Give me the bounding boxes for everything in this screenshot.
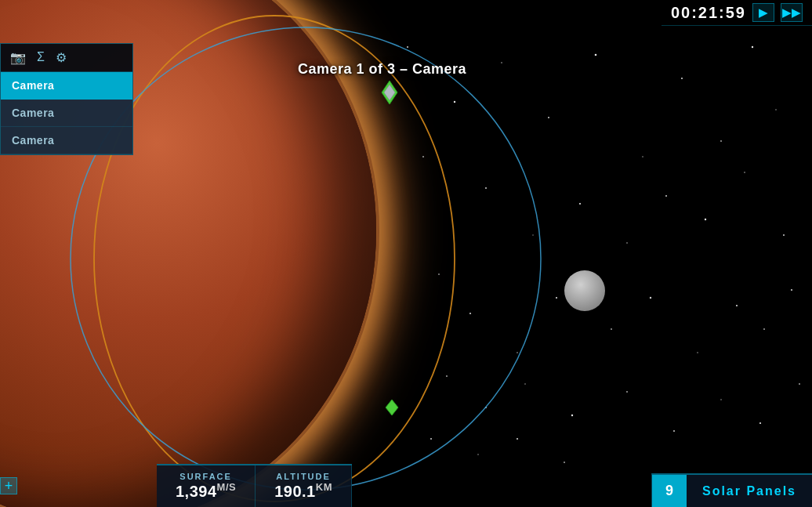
panel-toolbar: 📷 Σ ⚙	[1, 44, 132, 72]
surface-label: SURFACE	[176, 472, 236, 481]
camera-item-2[interactable]: Camera	[1, 100, 132, 127]
camera-item-1[interactable]: Camera	[1, 72, 132, 100]
sigma-icon[interactable]: Σ	[37, 50, 45, 65]
add-button[interactable]: +	[0, 477, 17, 494]
settings-icon[interactable]: ⚙	[56, 50, 67, 65]
altitude-label: ALTITUDE	[274, 472, 332, 481]
step-button[interactable]: ▶	[752, 3, 774, 22]
bottom-bar: SURFACE 1,394M/S ALTITUDE 190.1KM	[0, 464, 812, 507]
timer-display: 00:21:59	[671, 4, 746, 22]
surface-stat: SURFACE 1,394M/S	[157, 465, 256, 507]
svg-marker-46	[386, 400, 398, 415]
stats-panel: SURFACE 1,394M/S ALTITUDE 190.1KM	[157, 464, 352, 507]
svg-point-42	[94, 16, 455, 502]
camera-icon[interactable]: 📷	[10, 50, 26, 65]
svg-point-43	[71, 27, 541, 490]
top-bar: 00:21:59 ▶ ▶▶	[662, 0, 812, 26]
altitude-value: 190.1KM	[274, 481, 332, 501]
altitude-stat: ALTITUDE 190.1KM	[256, 465, 352, 507]
surface-value: 1,394M/S	[176, 481, 236, 501]
left-panel: 📷 Σ ⚙ Camera Camera Camera	[0, 43, 133, 155]
fast-forward-button[interactable]: ▶▶	[781, 3, 803, 22]
camera-label: Camera 1 of 3 – Camera	[298, 61, 466, 78]
camera-item-3[interactable]: Camera	[1, 127, 132, 154]
